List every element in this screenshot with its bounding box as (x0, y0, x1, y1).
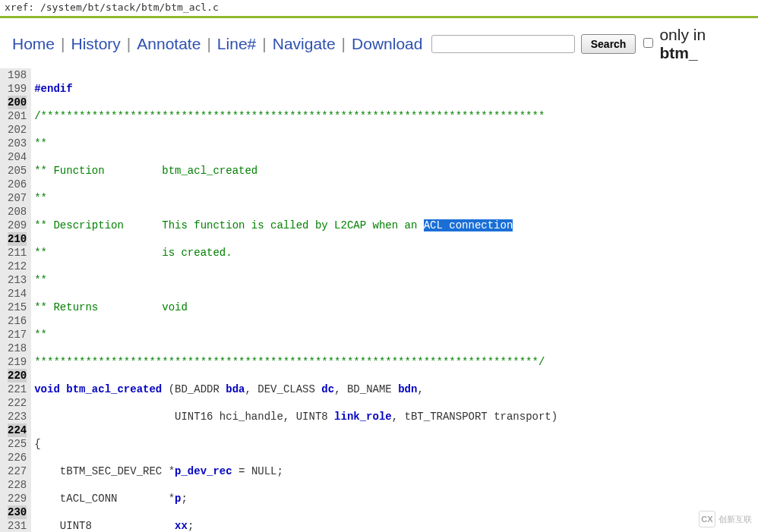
code-line: tBTM_SEC_DEV_REC *p_dev_rec = NULL; (34, 464, 758, 478)
line-number[interactable]: 210 (8, 232, 27, 246)
line-number[interactable]: 207 (8, 191, 27, 205)
code-line: ** Description This function is called b… (34, 219, 758, 232)
code-line: UINT16 hci_handle, UINT8 link_role, tBT_… (34, 410, 758, 423)
code-line: ** Function btm_acl_created (34, 164, 758, 178)
divider (0, 16, 758, 18)
search-button[interactable]: Search (581, 34, 636, 54)
watermark: CX 创新互联 (699, 511, 752, 527)
code-line: ** (34, 328, 758, 342)
code-line: ** is created. (34, 246, 758, 260)
line-number[interactable]: 208 (8, 205, 27, 219)
separator: | (342, 35, 346, 53)
line-number[interactable]: 202 (8, 123, 27, 137)
line-number[interactable]: 199 (8, 82, 27, 96)
code-line: /***************************************… (34, 109, 758, 123)
code-view: 1981992002012022032042052062072082092102… (0, 68, 758, 532)
separator: | (207, 35, 210, 53)
source-code[interactable]: #endif /********************************… (31, 68, 758, 532)
history-link[interactable]: History (71, 35, 121, 53)
line-number[interactable]: 211 (8, 246, 27, 260)
code-line: tACL_CONN *p; (34, 492, 758, 505)
line-number[interactable]: 212 (8, 260, 27, 273)
line-number[interactable]: 219 (8, 355, 27, 369)
line-number[interactable]: 231 (8, 519, 27, 532)
annotate-link[interactable]: Annotate (137, 35, 201, 53)
line-number[interactable]: 221 (8, 382, 27, 396)
xref-breadcrumb: xref: /system/bt/stack/btm/btm_acl.c (0, 0, 758, 14)
line-number[interactable]: 214 (8, 287, 27, 301)
code-line: ** (34, 137, 758, 150)
line-number[interactable]: 209 (8, 219, 27, 232)
search-input[interactable] (431, 35, 574, 53)
code-line: ** Returns void (34, 301, 758, 314)
navigate-link[interactable]: Navigate (273, 35, 336, 53)
toolbar: Home | History | Annotate | Line# | Navi… (0, 23, 758, 68)
watermark-icon: CX (699, 511, 715, 527)
code-line: void btm_acl_created (BD_ADDR bda, DEV_C… (34, 382, 758, 396)
line-number[interactable]: 224 (8, 423, 27, 437)
line-number[interactable]: 228 (8, 478, 27, 492)
line-number[interactable]: 213 (8, 273, 27, 287)
line-number[interactable]: 201 (8, 109, 27, 123)
line-number[interactable]: 217 (8, 328, 27, 342)
line-number[interactable]: 203 (8, 137, 27, 150)
line-number[interactable]: 226 (8, 451, 27, 464)
code-line: ****************************************… (34, 355, 758, 369)
code-line: #endif (34, 82, 758, 96)
code-line: { (34, 437, 758, 451)
separator: | (127, 35, 131, 53)
line-number[interactable]: 198 (8, 68, 27, 82)
home-link[interactable]: Home (12, 35, 55, 53)
line-number[interactable]: 227 (8, 464, 27, 478)
line-number[interactable]: 204 (8, 150, 27, 164)
download-link[interactable]: Download (352, 35, 422, 53)
line-number[interactable]: 222 (8, 396, 27, 410)
line-number[interactable]: 220 (8, 369, 27, 382)
linenum-link[interactable]: Line# (217, 35, 256, 53)
line-number[interactable]: 229 (8, 492, 27, 505)
line-number[interactable]: 216 (8, 314, 27, 328)
separator: | (61, 35, 65, 53)
line-number[interactable]: 218 (8, 342, 27, 355)
line-number-gutter[interactable]: 1981992002012022032042052062072082092102… (0, 68, 31, 532)
code-line: UINT8 xx; (34, 519, 758, 532)
line-number[interactable]: 206 (8, 178, 27, 191)
code-line: ** (34, 191, 758, 205)
line-number[interactable]: 225 (8, 437, 27, 451)
line-number[interactable]: 205 (8, 164, 27, 178)
only-in-checkbox[interactable] (643, 38, 653, 48)
line-number[interactable]: 230 (8, 505, 27, 519)
selected-text: ACL connection (424, 219, 513, 231)
line-number[interactable]: 200 (8, 96, 27, 109)
line-number[interactable]: 223 (8, 410, 27, 423)
code-line: ** (34, 273, 758, 287)
only-in-label: only in btm_ (659, 26, 747, 62)
separator: | (262, 35, 266, 53)
line-number[interactable]: 215 (8, 301, 27, 314)
